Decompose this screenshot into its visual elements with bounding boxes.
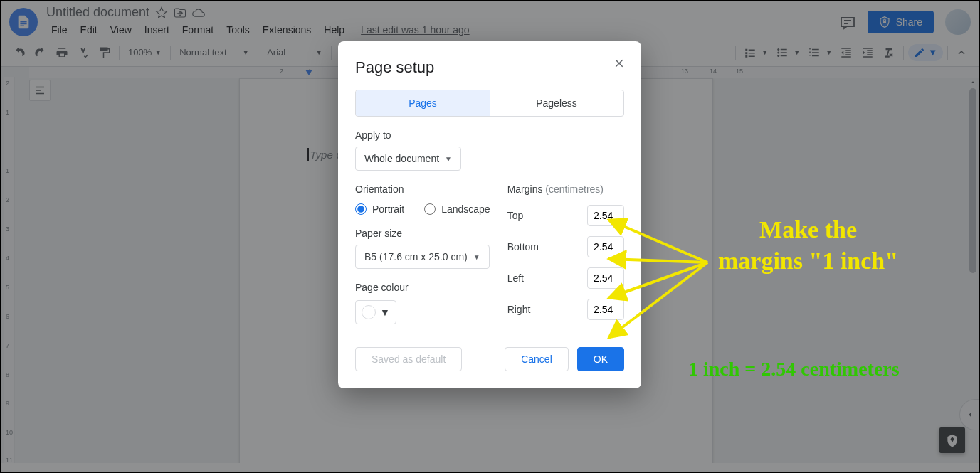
- cancel-button[interactable]: Cancel: [505, 347, 569, 371]
- apply-to-label: Apply to: [355, 129, 624, 141]
- orientation-landscape-radio[interactable]: Landscape: [424, 203, 490, 215]
- dialog-title: Page setup: [355, 58, 624, 77]
- apply-to-value: Whole document: [364, 153, 439, 164]
- margin-top-input[interactable]: [587, 205, 624, 226]
- ok-button[interactable]: OK: [577, 347, 624, 371]
- caret-down-icon: ▼: [473, 253, 480, 261]
- portrait-label: Portrait: [372, 203, 404, 215]
- page-setup-dialog: Page setup Pages Pageless Apply to Whole…: [338, 41, 641, 388]
- tab-pageless[interactable]: Pageless: [490, 90, 623, 116]
- margin-right-input[interactable]: [587, 299, 624, 320]
- landscape-label: Landscape: [441, 203, 490, 215]
- margin-left-input[interactable]: [587, 267, 624, 289]
- colour-swatch-icon: [362, 305, 376, 319]
- margins-unit: (centimetres): [545, 184, 604, 195]
- tab-pages[interactable]: Pages: [356, 90, 490, 116]
- orientation-portrait-radio[interactable]: Portrait: [355, 203, 404, 215]
- caret-down-icon: ▼: [445, 155, 452, 163]
- margin-bottom-input[interactable]: [587, 236, 624, 257]
- margins-label-text: Margins: [507, 184, 543, 195]
- apply-to-select[interactable]: Whole document ▼: [355, 147, 461, 171]
- page-colour-select[interactable]: ▼: [355, 300, 396, 324]
- set-as-default-button[interactable]: Saved as default: [355, 347, 462, 371]
- orientation-label: Orientation: [355, 184, 490, 195]
- portrait-radio-input[interactable]: [355, 203, 367, 215]
- close-icon[interactable]: [611, 55, 627, 71]
- margin-left-label: Left: [507, 272, 524, 284]
- margin-bottom-label: Bottom: [507, 241, 539, 253]
- landscape-radio-input[interactable]: [424, 203, 436, 215]
- paper-size-value: B5 (17.6 cm x 25.0 cm): [364, 251, 468, 262]
- page-colour-label: Page colour: [355, 282, 490, 293]
- margin-right-label: Right: [507, 304, 531, 315]
- tab-bar: Pages Pageless: [355, 90, 624, 117]
- caret-down-icon: ▼: [380, 307, 390, 318]
- margin-top-label: Top: [507, 210, 524, 221]
- paper-size-label: Paper size: [355, 228, 490, 239]
- margins-label: Margins (centimetres): [507, 184, 624, 195]
- paper-size-select[interactable]: B5 (17.6 cm x 25.0 cm) ▼: [355, 245, 490, 269]
